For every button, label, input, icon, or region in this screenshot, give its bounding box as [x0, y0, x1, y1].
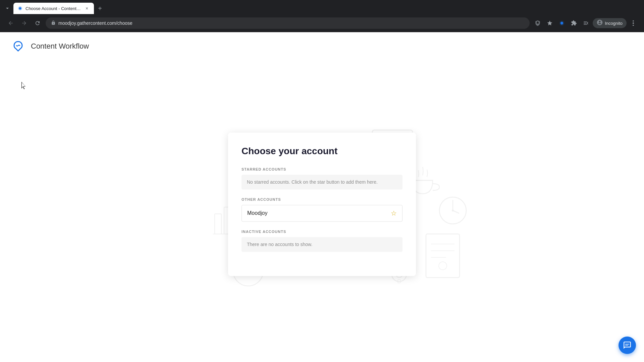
svg-rect-45 [398, 280, 400, 283]
incognito-badge[interactable]: Incognito [593, 18, 627, 28]
tab-close-button[interactable]: × [84, 5, 90, 11]
app-logo [11, 39, 25, 54]
browser-menu-button[interactable] [628, 18, 639, 28]
svg-point-24 [452, 209, 454, 212]
gc-extension-button[interactable] [556, 18, 567, 28]
account-item-moodjoy[interactable]: Moodjoy ☆ [241, 205, 402, 222]
star-account-button[interactable]: ☆ [391, 210, 397, 217]
privacy-icon-button[interactable] [532, 18, 543, 28]
browser-chrome: Choose Account - Content Wo... × + moodj… [0, 0, 644, 32]
tab-title: Choose Account - Content Wo... [25, 6, 81, 11]
toolbar-right: Incognito [532, 18, 639, 28]
svg-point-21 [439, 197, 466, 224]
lock-icon [51, 20, 56, 26]
other-section-label: OTHER ACCOUNTS [241, 197, 402, 201]
account-name: Moodjoy [247, 210, 267, 216]
svg-line-23 [453, 210, 459, 213]
incognito-label: Incognito [605, 21, 623, 26]
svg-rect-25 [215, 214, 221, 234]
tab-dropdown-button[interactable] [3, 4, 12, 13]
forward-button[interactable] [19, 18, 30, 28]
incognito-icon [597, 19, 603, 27]
chat-button[interactable] [619, 337, 636, 354]
address-bar[interactable]: moodjoy.gathercontent.com/choose [46, 17, 530, 29]
star-button[interactable] [544, 18, 555, 28]
mouse-cursor [21, 82, 27, 90]
tab-favicon [17, 6, 23, 11]
extensions-button[interactable] [569, 18, 579, 28]
starred-section-label: STARRED ACCOUNTS [241, 167, 402, 171]
new-tab-button[interactable]: + [95, 4, 105, 13]
tab-bar: Choose Account - Content Wo... × + [0, 0, 644, 14]
starred-accounts-empty: No starred accounts. Click on the star b… [241, 175, 402, 189]
choose-account-modal: Choose your account STARRED ACCOUNTS No … [228, 132, 416, 276]
sidebar-button[interactable] [581, 18, 591, 28]
inactive-accounts-empty: There are no accounts to show. [241, 237, 402, 252]
back-button[interactable] [5, 18, 16, 28]
url-text: moodjoy.gathercontent.com/choose [58, 20, 524, 26]
svg-point-41 [439, 262, 447, 270]
page-header: Content Workflow [0, 32, 644, 60]
address-bar-row: moodjoy.gathercontent.com/choose [0, 14, 644, 32]
active-tab[interactable]: Choose Account - Content Wo... × [13, 3, 94, 14]
reload-button[interactable] [32, 18, 43, 28]
inactive-section-label: INACTIVE ACCOUNTS [241, 230, 402, 234]
page-content: Content Workflow Choose your account STA… [0, 32, 644, 362]
modal-title: Choose your account [241, 146, 402, 157]
svg-point-1 [560, 22, 563, 24]
svg-rect-37 [426, 234, 460, 278]
chat-icon [623, 341, 632, 350]
app-title: Content Workflow [31, 42, 89, 51]
